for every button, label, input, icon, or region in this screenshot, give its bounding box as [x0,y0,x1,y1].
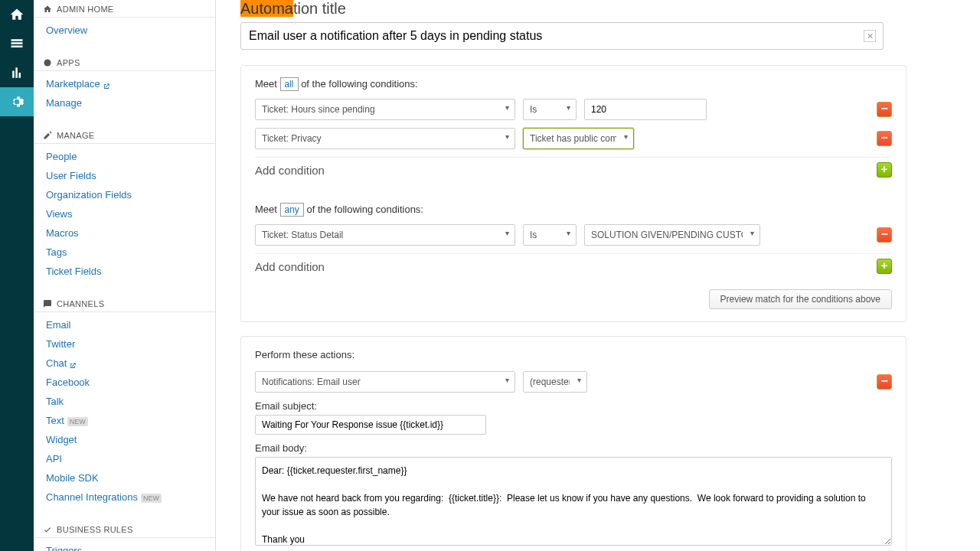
sidebar-link-tags[interactable]: Tags [34,243,215,262]
sidebar-link-user-fields[interactable]: User Fields [34,166,215,185]
rail-views-icon[interactable] [0,29,34,58]
action-type-select[interactable]: Notifications: Email user [255,371,515,393]
rules-icon [43,525,52,534]
sidebar-link-macros[interactable]: Macros [34,223,215,243]
add-condition-button[interactable]: + [877,162,892,178]
section-channels: CHANNELS [34,295,215,312]
condition-value-select[interactable]: Ticket has public comments [523,128,634,149]
apps-icon [43,58,52,67]
new-badge: NEW [141,494,162,503]
external-link-icon [103,81,110,89]
sidebar-link-api[interactable]: API [34,449,215,468]
rail-home-icon[interactable] [0,0,34,29]
add-condition-row: Add condition + [255,253,892,279]
sidebar-link-email[interactable]: Email [34,315,215,334]
condition-status-select[interactable]: SOLUTION GIVEN/PENDING CUSTOMER VALIDATI… [584,224,760,246]
sidebar-link-ticket-fields[interactable]: Ticket Fields [34,262,215,281]
rail-reports-icon[interactable] [0,58,34,87]
sidebar-link-text[interactable]: TextNEW [34,411,215,430]
main-content: Automation title ✕ Meet all of the follo… [216,0,980,551]
sidebar-link-org-fields[interactable]: Organization Fields [34,185,215,204]
sidebar-link-widget[interactable]: Widget [34,430,215,449]
add-condition-label: Add condition [255,164,325,177]
sidebar-link-chat[interactable]: Chat [34,354,215,373]
home-icon [43,5,52,14]
email-subject-input[interactable] [255,415,486,435]
automation-title-input[interactable] [240,22,884,50]
rail-settings-icon[interactable] [0,87,34,116]
condition-value-input[interactable] [584,99,707,120]
new-badge: NEW [67,417,88,426]
channels-icon [43,299,52,308]
add-condition-label: Add condition [255,260,325,273]
sidebar-link-channel-integrations[interactable]: Channel IntegrationsNEW [34,487,215,507]
sidebar-link-triggers[interactable]: Triggers [34,541,215,551]
conditions-any-header: Meet any of the following conditions: [255,204,892,215]
condition-field-select[interactable]: Ticket: Hours since pending [255,99,515,120]
condition-row: Ticket: Status Detail Is SOLUTION GIVEN/… [255,224,892,246]
preview-match-button[interactable]: Preview match for the conditions above [709,289,892,309]
clear-title-icon[interactable]: ✕ [864,30,876,42]
page-title: Automation title [240,0,962,18]
condition-op-select[interactable]: Is [523,99,577,120]
sidebar-link-marketplace[interactable]: Marketplace [34,74,215,93]
remove-action-button[interactable]: − [877,374,892,390]
sidebar-link-people[interactable]: People [34,147,215,166]
condition-row: Ticket: Hours since pending Is − [255,99,892,120]
match-all-badge: all [280,77,299,91]
condition-row: Ticket: Privacy Ticket has public commen… [255,128,892,149]
email-body-label: Email body: [255,442,892,454]
section-business-rules: BUSINESS RULES [34,520,215,538]
sidebar-link-twitter[interactable]: Twitter [34,334,215,354]
nav-rail [0,0,34,551]
sidebar-link-overview[interactable]: Overview [34,21,215,40]
sidebar-link-mobile-sdk[interactable]: Mobile SDK [34,468,215,487]
sidebar-link-facebook[interactable]: Facebook [34,373,215,392]
section-apps: APPS [34,54,215,71]
section-admin-home: ADMIN HOME [34,0,215,18]
condition-op-select[interactable]: Is [523,224,577,246]
add-condition-row: Add condition + [255,157,892,182]
actions-header: Perform these actions: [255,349,892,360]
actions-panel: Perform these actions: Notifications: Em… [240,336,906,551]
svg-point-0 [44,60,51,67]
match-any-badge: any [280,203,304,217]
sidebar-link-views[interactable]: Views [34,204,215,223]
conditions-all-header: Meet all of the following conditions: [255,78,892,90]
section-manage: MANAGE [34,126,215,144]
email-subject-label: Email subject: [255,400,892,412]
sidebar-link-talk[interactable]: Talk [34,392,215,411]
action-target-select[interactable]: (requester) [523,371,587,393]
conditions-all-panel: Meet all of the following conditions: Ti… [240,65,906,322]
sidebar: ADMIN HOME Overview APPS Marketplace Man… [34,0,216,551]
remove-condition-button[interactable]: − [877,131,892,146]
email-body-textarea[interactable] [255,457,892,546]
remove-condition-button[interactable]: − [877,102,892,117]
manage-icon [43,131,52,140]
sidebar-link-manage-apps[interactable]: Manage [34,93,215,112]
external-link-icon [69,360,77,368]
condition-field-select[interactable]: Ticket: Status Detail [255,224,515,246]
remove-condition-button[interactable]: − [877,227,892,243]
action-row: Notifications: Email user (requester) − [255,371,892,393]
add-condition-button[interactable]: + [877,259,892,274]
condition-field-select[interactable]: Ticket: Privacy [255,128,515,149]
